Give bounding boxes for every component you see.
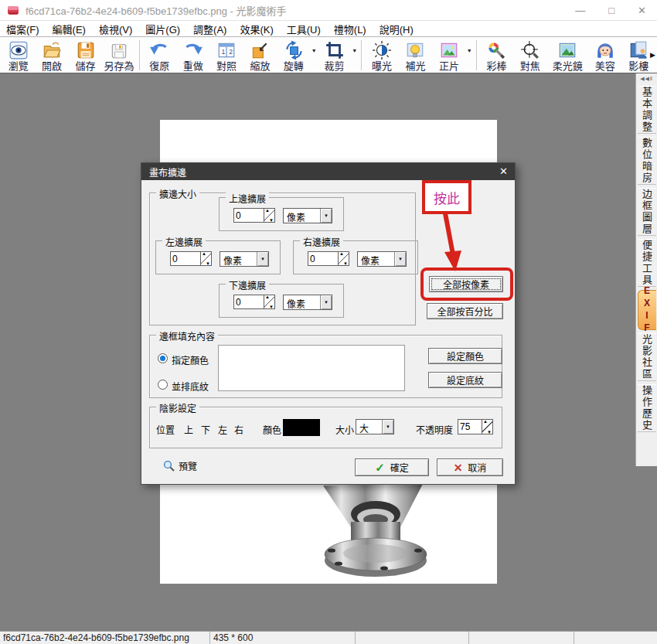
tile-texture-label[interactable]: 並排底紋 [172, 380, 209, 393]
toolbar-color-wand[interactable]: 彩棒 [480, 38, 513, 73]
maximize-button[interactable]: □ [608, 0, 614, 21]
toolbar-soft-lens[interactable]: 柔光鏡 [547, 38, 589, 73]
border-fill-group-label: 邊框填充內容 [156, 329, 218, 342]
sidebar-tab-history[interactable]: 操作歷史 [638, 384, 656, 432]
menu-gifts[interactable]: 禮物(L) [334, 22, 366, 36]
expand-size-group-label: 擴邊大小 [156, 187, 199, 200]
preview-control[interactable]: 預覽 [163, 459, 197, 472]
sidebar-tab-exif[interactable]: EXIF [638, 290, 656, 330]
shadow-size-combo[interactable]: 大▼ [356, 419, 394, 434]
toolbar-fill-light[interactable]: 補光 [399, 38, 432, 73]
rotate-icon [284, 39, 304, 60]
menu-help[interactable]: 說明(H) [380, 22, 414, 36]
menu-edit[interactable]: 編輯(E) [53, 22, 86, 36]
sidebar-tab-border-layer[interactable]: 边框圖層 [638, 188, 656, 236]
specify-color-radio[interactable] [158, 353, 168, 363]
right-expand-spinner[interactable]: ▲▼ [339, 251, 349, 266]
menu-effects[interactable]: 效果(K) [240, 22, 273, 36]
border-fill-group: 邊框填充內容 指定顏色 並排底紋 設定顏色 設定底紋 [149, 335, 502, 398]
spin-up-icon[interactable]: ▲ [483, 419, 488, 424]
exposure-sun-icon [372, 39, 392, 60]
toolbar-rotate[interactable]: 旋轉 [277, 38, 310, 73]
crop-dropdown-caret-icon[interactable]: ▼ [351, 38, 358, 73]
toolbar-separator [476, 40, 477, 70]
toolbar: 瀏覽 開啟 儲存 另存為 復原 重做 12 對照 縮放 [0, 37, 657, 73]
toolbar-beauty[interactable]: 美容 [588, 38, 621, 73]
sidebar-tab-digital-darkroom[interactable]: 數位暗房 [638, 137, 656, 185]
toolbar-browse[interactable]: 瀏覽 [2, 38, 35, 73]
dialog-titlebar[interactable]: 畫布擴邊 ✕ [141, 163, 515, 180]
right-unit-combo[interactable]: 像素▼ [357, 251, 407, 267]
spin-up-icon[interactable]: ▲ [265, 208, 270, 213]
shadow-opacity-spinner[interactable]: ▲▼ [482, 419, 493, 434]
menu-view[interactable]: 檢視(V) [99, 22, 132, 36]
toolbar-resize[interactable]: 縮放 [243, 38, 277, 73]
sidebar-tab-basic-adjust[interactable]: 基本調整 [638, 86, 656, 134]
spin-up-icon[interactable]: ▲ [265, 295, 270, 299]
menu-image[interactable]: 圖片(G) [145, 22, 180, 36]
ok-button[interactable]: ✓ 確定 [355, 458, 429, 476]
shadow-color-swatch[interactable] [283, 419, 320, 436]
dialog-close-icon[interactable]: ✕ [499, 163, 508, 180]
tile-texture-radio[interactable] [158, 380, 168, 390]
toolbar-focus[interactable]: 對焦 [513, 38, 546, 73]
spin-down-icon[interactable]: ▼ [206, 261, 210, 266]
toolbar-overflow-icon[interactable]: ▶ [650, 51, 655, 59]
toolbar-compare[interactable]: 12 對照 [209, 38, 243, 73]
set-texture-button[interactable]: 設定底紋 [428, 372, 502, 388]
spin-up-icon[interactable]: ▲ [202, 251, 206, 256]
toolbar-positive-film[interactable]: 正片 [432, 38, 465, 73]
left-unit-combo[interactable]: 像素▼ [220, 251, 269, 267]
fill-light-bulb-icon [405, 39, 425, 60]
set-color-button[interactable]: 設定顏色 [428, 348, 502, 364]
chevron-down-icon[interactable]: ▼ [257, 252, 268, 266]
chevron-down-icon[interactable]: ▼ [382, 420, 393, 434]
positive-film-dropdown-caret-icon[interactable]: ▼ [466, 38, 473, 73]
toolbar-crop[interactable]: 裁剪 [318, 38, 351, 73]
window-titlebar: f6cd71ca-76b2-4e24-b609-f5be1739efbc.png… [0, 0, 657, 21]
spin-down-icon[interactable]: ▼ [269, 305, 274, 309]
shadow-position-top[interactable]: 上 [184, 423, 193, 436]
top-expand-spinner[interactable]: ▲▼ [264, 208, 275, 223]
spin-down-icon[interactable]: ▼ [343, 261, 348, 266]
toolbar-exposure[interactable]: 曝光 [365, 38, 398, 73]
chevron-down-icon[interactable]: ▼ [320, 295, 332, 309]
menu-adjust[interactable]: 調整(A) [193, 22, 226, 36]
spin-down-icon[interactable]: ▼ [487, 430, 492, 434]
sidebar-tab-community[interactable]: 光影社區 [638, 333, 656, 381]
toolbar-redo[interactable]: 重做 [176, 38, 209, 73]
all-by-percent-button[interactable]: 全部按百分比 [427, 303, 503, 319]
toolbar-save[interactable]: 儲存 [69, 38, 102, 73]
bottom-unit-combo[interactable]: 像素▼ [283, 295, 332, 310]
click-here-annotation: 按此 [422, 180, 471, 214]
spin-up-icon[interactable]: ▲ [339, 251, 344, 256]
right-expand-input[interactable] [308, 251, 339, 266]
spin-down-icon[interactable]: ▼ [269, 218, 274, 223]
cancel-button[interactable]: ✕ 取消 [437, 458, 503, 476]
top-expand-input[interactable] [233, 208, 264, 223]
shadow-opacity-input[interactable] [458, 419, 482, 434]
sidebar-collapse-icon[interactable]: ◀◀‖ [640, 73, 653, 84]
left-expand-spinner[interactable]: ▲▼ [201, 251, 212, 266]
top-unit-combo[interactable]: 像素▼ [283, 208, 332, 223]
rotate-dropdown-caret-icon[interactable]: ▼ [311, 38, 318, 73]
shadow-position-right[interactable]: 右 [234, 423, 243, 436]
shadow-position-bottom[interactable]: 下 [201, 423, 210, 436]
toolbar-undo[interactable]: 復原 [143, 38, 176, 73]
toolbar-open[interactable]: 開啟 [35, 38, 68, 73]
bottom-expand-input[interactable] [233, 295, 264, 309]
shadow-position-left[interactable]: 左 [218, 423, 227, 436]
left-expand-input[interactable] [170, 251, 201, 266]
menu-file[interactable]: 檔案(F) [6, 22, 39, 36]
chevron-down-icon[interactable]: ▼ [394, 252, 406, 266]
specify-color-label[interactable]: 指定顏色 [172, 353, 209, 366]
sidebar-tab-handy-tools[interactable]: 便捷工具 [638, 239, 656, 287]
chevron-down-icon[interactable]: ▼ [320, 209, 332, 223]
toolbar-save-as[interactable]: 另存為 [102, 38, 135, 73]
top-expand-label: 上邊擴展 [226, 192, 269, 205]
status-filename: f6cd71ca-76b2-4e24-b609-f5be1739efbc.png [0, 632, 210, 644]
close-button[interactable]: ✕ [638, 0, 646, 21]
menu-tools[interactable]: 工具(U) [287, 22, 321, 36]
minimize-button[interactable]: — [575, 0, 585, 21]
bottom-expand-spinner[interactable]: ▲▼ [264, 295, 275, 309]
